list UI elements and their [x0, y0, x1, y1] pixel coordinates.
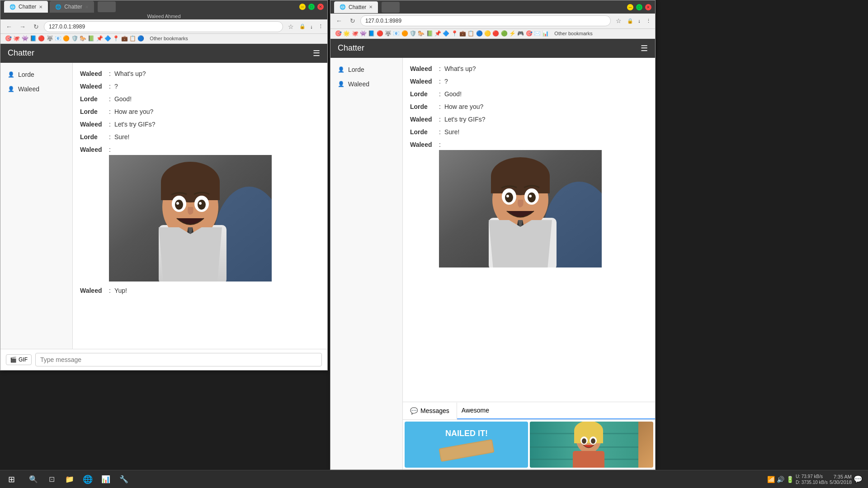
message-input[interactable]: [35, 353, 322, 366]
gif-search-input[interactable]: [457, 402, 655, 419]
taskbar-time-value: 7:35 AM: [830, 474, 852, 479]
right-hamburger-menu[interactable]: ☰: [641, 43, 648, 53]
left-hamburger-menu[interactable]: ☰: [313, 48, 320, 58]
refresh-button[interactable]: ↻: [30, 21, 42, 33]
taskbar-task-view-icon[interactable]: ⊡: [44, 472, 59, 487]
taskbar-app2-icon[interactable]: 🔧: [117, 472, 131, 487]
right-ext-1[interactable]: 🔒: [626, 17, 634, 25]
new-tab-button[interactable]: [98, 1, 116, 12]
right-sidebar-waleed[interactable]: 👤 Waleed: [330, 77, 402, 91]
gif-search-overlay: 💬 Messages: [403, 402, 655, 469]
svg-point-27: [528, 192, 536, 202]
right-msg1-text: What's up?: [444, 65, 476, 72]
right-back-button[interactable]: ←: [333, 15, 345, 27]
taskbar-file-explorer-icon[interactable]: 📁: [62, 472, 77, 487]
msg4-text: How are you?: [114, 108, 153, 115]
right-bookmark-star[interactable]: ☆: [613, 15, 624, 27]
right-message-6: Lorde : Sure!: [410, 128, 648, 136]
message-1: Waleed : What's up?: [80, 70, 320, 77]
right-msg2-text: ?: [444, 78, 448, 85]
gif-image-wrapper: [109, 155, 272, 282]
other-bookmarks[interactable]: Other bookmarks: [148, 36, 189, 41]
taskbar-battery-icon: 🔋: [786, 476, 794, 483]
svg-point-28: [506, 195, 509, 197]
left-tab-close[interactable]: ✕: [39, 5, 42, 9]
msg6-sender: Lorde: [80, 133, 107, 141]
waleed-user-icon: 👤: [8, 86, 14, 92]
taskbar-chrome-icon[interactable]: 🌐: [80, 472, 95, 487]
right-tab-close[interactable]: ✕: [369, 5, 373, 9]
gif-results: NAILED IT!: [403, 420, 655, 469]
messages-tab[interactable]: 💬 Messages: [403, 403, 457, 419]
right-tab-active[interactable]: 🌐 Chatter ✕: [334, 1, 378, 13]
nailed-it-gif: NAILED IT!: [430, 422, 503, 468]
extension-icon-1[interactable]: 🔒: [298, 23, 307, 31]
right-refresh-button[interactable]: ↻: [347, 15, 359, 27]
right-close-button[interactable]: ✕: [645, 4, 651, 10]
gif-search-bar: 💬 Messages: [403, 402, 655, 420]
message-bubble-icon: 💬: [410, 407, 418, 414]
left-tab-2[interactable]: 🌐 Chatter ✕: [50, 1, 94, 13]
right-msg3-sender: Lorde: [410, 90, 437, 98]
msg5-sender: Waleed: [80, 121, 107, 128]
svg-point-11: [198, 200, 206, 210]
right-main-content: 👤 Lorde 👤 Waleed Waleed : What's up?: [330, 58, 655, 469]
right-ext-2[interactable]: ↓: [635, 17, 643, 25]
sidebar-item-lorde[interactable]: 👤 Lorde: [0, 67, 72, 82]
svg-rect-23: [491, 176, 550, 193]
address-bar[interactable]: [44, 21, 283, 32]
lorde-user-icon: 👤: [8, 71, 14, 78]
back-button[interactable]: ←: [3, 21, 15, 33]
right-sidebar-lorde[interactable]: 👤 Lorde: [330, 62, 402, 77]
msg-yup-text: Yup!: [114, 287, 127, 294]
taskbar-date-value: 5/30/2018: [830, 479, 852, 485]
right-message-gif: Waleed :: [410, 141, 648, 267]
right-minimize-button[interactable]: ─: [627, 4, 633, 10]
right-bookmarks-bar: 🎯 🌟 🐙 👾 📘 🔴 🐺 📧 🟠 🛡️ 🐎 📗 📌 🔷 📍 💼 📋 🔵 🟡 🔴…: [330, 29, 655, 39]
right-lorde-icon: 👤: [338, 66, 344, 73]
close-button[interactable]: ✕: [317, 4, 324, 10]
gif-result-blonde-girl[interactable]: [530, 422, 653, 468]
gif-result-nailed-it[interactable]: NAILED IT!: [405, 422, 528, 468]
gif-button[interactable]: 🎬 GIF: [6, 354, 32, 365]
right-new-tab-button[interactable]: [382, 2, 400, 13]
left-window-controls: ─ □ ✕: [299, 4, 324, 10]
gif-image: [109, 155, 272, 282]
left-tab-favicon: 🌐: [9, 4, 16, 10]
bookmark-star[interactable]: ☆: [285, 21, 297, 33]
right-msg5-text: Let's try GIFs?: [444, 116, 486, 123]
taskbar-search-icon[interactable]: 🔍: [26, 472, 41, 487]
right-browser-window: 🌐 Chatter ✕ ─ □ ✕ ← ↻ ☆ 🔒 ↓ ⋮ 🎯 🌟: [330, 0, 656, 470]
svg-rect-43: [574, 431, 603, 443]
msg4-sender: Lorde: [80, 108, 107, 115]
svg-text:NAILED IT!: NAILED IT!: [445, 429, 488, 438]
sidebar-item-waleed[interactable]: 👤 Waleed: [0, 82, 72, 96]
forward-button[interactable]: →: [17, 21, 28, 33]
left-app-header: Chatter ☰: [0, 44, 327, 63]
right-maximize-button[interactable]: □: [636, 4, 642, 10]
window-title-bar: Waleed Ahmed: [0, 13, 327, 19]
left-tab-active[interactable]: 🌐 Chatter ✕: [4, 1, 48, 13]
right-refresh-icon: ↻: [350, 17, 355, 24]
maximize-button[interactable]: □: [308, 4, 315, 10]
right-sidebar-lorde-label: Lorde: [348, 66, 364, 73]
sidebar-waleed-label: Waleed: [18, 85, 39, 93]
message-3: Lorde : Good!: [80, 95, 320, 103]
left-sidebar: 👤 Lorde 👤 Waleed: [0, 63, 73, 349]
svg-point-12: [176, 202, 179, 205]
start-button[interactable]: ⊞: [0, 470, 23, 488]
menu-icon[interactable]: ⋮: [316, 23, 325, 31]
right-address-bar[interactable]: [360, 15, 611, 26]
taskbar-app1-icon[interactable]: 📊: [99, 472, 113, 487]
svg-point-13: [199, 202, 202, 205]
left-tab2-close[interactable]: ✕: [85, 5, 89, 9]
taskbar: ⊞ 🔍 ⊡ 📁 🌐 📊 🔧 📶 🔊 🔋 U: 73.97 kB/s D: 373…: [0, 470, 868, 488]
right-menu-icon[interactable]: ⋮: [644, 17, 652, 25]
left-app-layout: Chatter ☰ 👤 Lorde 👤 Waleed Waleed :: [0, 44, 327, 371]
left-bookmarks-bar: 🎯 🐙 👾 📘 🔴 🐺 📧 🟠 🛡️ 🐎 📗 📌 🔷 📍 💼 📋 🔵 Other…: [0, 34, 327, 43]
notification-button[interactable]: 💬: [854, 475, 863, 483]
minimize-button[interactable]: ─: [299, 4, 306, 10]
right-other-bookmarks[interactable]: Other bookmarks: [552, 31, 594, 36]
right-tab-favicon: 🌐: [340, 4, 346, 10]
extension-icon-2[interactable]: ↓: [307, 23, 316, 31]
